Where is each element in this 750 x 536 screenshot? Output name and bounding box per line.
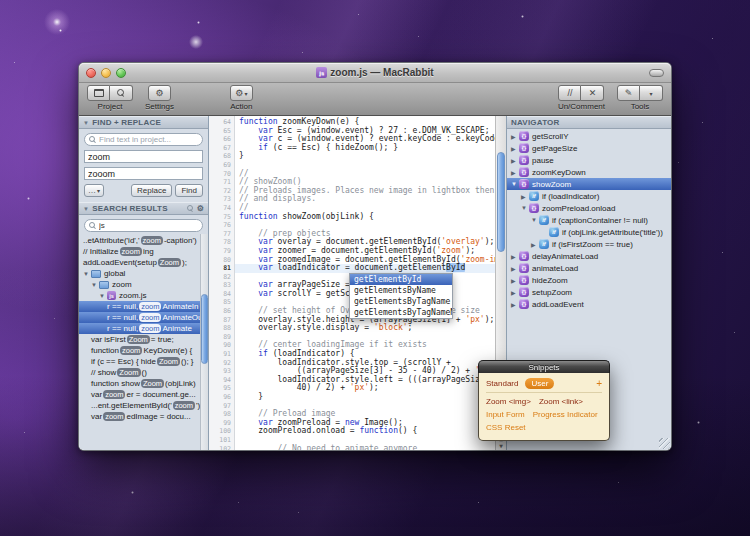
code-editor[interactable]: 6465666768697071727374757677787980818283… — [209, 116, 506, 450]
search-result-row[interactable]: function showZoom(objLink) — [79, 378, 208, 389]
search-result-row[interactable]: addLoadEvent(setupZoom); — [79, 257, 208, 268]
navigator-item[interactable]: ▶{}setupZoom — [507, 286, 671, 298]
autocomplete-item[interactable]: getElementById — [350, 274, 452, 285]
search-result-row[interactable]: r == null, zoomAnimate — [79, 323, 208, 334]
snippet-item[interactable]: CSS Reset — [486, 423, 526, 432]
code-line[interactable]: // and displays. — [235, 195, 495, 204]
navigator-item[interactable]: ▶{}animateLoad — [507, 262, 671, 274]
navigator-item[interactable]: ▼ifif (captionContainer != null) — [507, 214, 671, 226]
navigator-item[interactable]: ▶{}zoomKeyDown — [507, 166, 671, 178]
resize-grip[interactable] — [659, 438, 670, 449]
snippet-item[interactable]: Zoom <img> — [486, 397, 531, 406]
search-result-row[interactable]: ▼jszoom.js — [79, 290, 208, 301]
disclosure-triangle-icon[interactable]: ▶ — [511, 301, 517, 308]
project-search-input[interactable] — [99, 135, 198, 144]
snippet-item[interactable]: Input Form — [486, 410, 525, 419]
snippets-titlebar[interactable]: Snippets — [478, 360, 610, 373]
minimize-button[interactable] — [101, 68, 111, 78]
search-result-row[interactable]: // Initialize zooming — [79, 246, 208, 257]
search-result-row[interactable]: if (c == Esc) { hideZoom(); } — [79, 356, 208, 367]
code-line[interactable]: 40) / 2) + 'px'); — [235, 384, 495, 393]
replace-input[interactable] — [84, 167, 203, 180]
find-options-button[interactable]: … ▾ — [84, 184, 104, 197]
navigator-item[interactable]: ▶{}hideZoom — [507, 274, 671, 286]
code-line[interactable]: } — [235, 152, 495, 161]
search-result-row[interactable]: var isFirstZoom = true; — [79, 334, 208, 345]
navigator-item[interactable]: ▶{}pause — [507, 154, 671, 166]
code-line[interactable]: function showZoom(objLink) { — [235, 213, 495, 222]
uncomment-button[interactable]: ✕ — [581, 85, 604, 101]
autocomplete-item[interactable]: getElementsByTagNameNS — [350, 307, 452, 318]
snippet-item[interactable]: Zoom <link> — [539, 397, 583, 406]
navigator-item[interactable]: ▶{}getPageSize — [507, 142, 671, 154]
toolbar-toggle-button[interactable] — [649, 69, 664, 77]
disclosure-triangle-icon[interactable]: ▶ — [511, 157, 517, 164]
disclosure-triangle-icon[interactable]: ▶ — [511, 133, 517, 140]
disclosure-triangle-icon[interactable]: ▶ — [511, 265, 517, 272]
window-titlebar[interactable]: js zoom.js — MacRabbit — [79, 63, 671, 83]
disclosure-triangle-icon[interactable]: ▼ — [91, 282, 97, 288]
disclosure-triangle-icon[interactable]: ▼ — [99, 293, 105, 299]
search-result-row[interactable]: // showZoom() — [79, 367, 208, 378]
search-result-row[interactable]: r == null, zoomAnimateOut — [79, 312, 208, 323]
tools-button[interactable]: ✎ — [617, 85, 640, 101]
disclosure-triangle-icon[interactable]: ▼ — [511, 181, 517, 187]
comment-button[interactable]: // — [558, 85, 581, 101]
tools-menu-button[interactable]: ▾ — [640, 85, 663, 101]
search-results-header[interactable]: ▼ SEARCH RESULTS ⚙ — [79, 202, 208, 215]
close-button[interactable] — [86, 68, 96, 78]
find-input[interactable] — [84, 150, 203, 163]
navigator-item[interactable]: ▶ifif (isFirstZoom == true) — [507, 238, 671, 250]
disclosure-triangle-icon[interactable]: ▼ — [83, 271, 89, 277]
snippet-item[interactable]: Progress Indicator — [533, 410, 598, 419]
navigator-item[interactable]: ▶{}addLoadEvent — [507, 298, 671, 310]
autocomplete-item[interactable]: getElementsByName — [350, 285, 452, 296]
results-scrollbar-thumb[interactable] — [201, 294, 208, 364]
navigator-header[interactable]: NAVIGATOR — [507, 116, 671, 129]
replace-button[interactable]: Replace — [131, 184, 172, 197]
find-replace-header[interactable]: ▼ FIND + REPLACE — [79, 116, 208, 129]
search-result-row[interactable]: ▼global — [79, 268, 208, 279]
search-icon[interactable] — [187, 205, 194, 212]
settings-button[interactable]: ⚙ — [148, 85, 171, 101]
disclosure-triangle-icon[interactable]: ▼ — [531, 217, 537, 223]
gear-icon[interactable]: ⚙ — [197, 204, 204, 213]
navigator-item[interactable]: ▼{}showZoom — [507, 178, 671, 190]
results-filter-input[interactable] — [99, 221, 198, 230]
project-button[interactable] — [87, 85, 110, 101]
add-snippet-button[interactable]: + — [596, 379, 602, 389]
search-result-row[interactable]: ▼zoom — [79, 279, 208, 290]
editor-scrollbar-thumb[interactable] — [497, 152, 505, 252]
disclosure-triangle-icon[interactable]: ▼ — [521, 205, 527, 211]
autocomplete-item[interactable]: getElementsByTagName — [350, 296, 452, 307]
search-result-row[interactable]: r == null, zoomAnimateIn — [79, 301, 208, 312]
find-button[interactable]: Find — [175, 184, 203, 197]
navigator-item[interactable]: ▶ifif (loadIndicator) — [507, 190, 671, 202]
navigator-item[interactable]: ifif (objLink.getAttribute('title')) — [507, 226, 671, 238]
search-result-row[interactable]: var zoomedImage = docu... — [79, 411, 208, 422]
disclosure-triangle-icon[interactable]: ▶ — [511, 253, 517, 260]
search-result-row[interactable]: var zoomer = document.ge... — [79, 389, 208, 400]
disclosure-triangle-icon[interactable]: ▶ — [531, 241, 537, 248]
code-line[interactable]: zoomPreload.onload = function() { — [235, 427, 495, 436]
search-result-row[interactable]: function zoomKeyDown(e) { — [79, 345, 208, 356]
project-search-button[interactable] — [110, 85, 133, 101]
code-line[interactable]: if (c == Esc) { hideZoom(); } — [235, 144, 495, 153]
scroll-down-icon[interactable]: ▼ — [496, 442, 506, 449]
results-scrollbar[interactable] — [200, 234, 208, 450]
disclosure-triangle-icon[interactable]: ▶ — [511, 277, 517, 284]
search-result-row[interactable]: ..etAttribute('id','zoom-caption') — [79, 235, 208, 246]
navigator-item[interactable]: ▶{}getScrollY — [507, 130, 671, 142]
zoom-window-button[interactable] — [116, 68, 126, 78]
snippets-tab-user[interactable]: User — [525, 378, 554, 389]
code-line[interactable]: // No need to animate anymore — [235, 445, 495, 450]
action-button[interactable]: ⚙ ▾ — [230, 85, 253, 101]
search-result-row[interactable]: ...ent.getElementById('zoom') — [79, 400, 208, 411]
snippets-tab-standard[interactable]: Standard — [486, 379, 518, 388]
navigator-item[interactable]: ▶{}delayAnimateLoad — [507, 250, 671, 262]
disclosure-triangle-icon[interactable]: ▶ — [511, 289, 517, 296]
code-line[interactable]: var loadIndicator = document.getElementB… — [235, 264, 495, 273]
disclosure-triangle-icon[interactable]: ▶ — [511, 169, 517, 176]
code-line[interactable]: } — [235, 393, 495, 402]
navigator-item[interactable]: ▼{}zoomPreload.onload — [507, 202, 671, 214]
